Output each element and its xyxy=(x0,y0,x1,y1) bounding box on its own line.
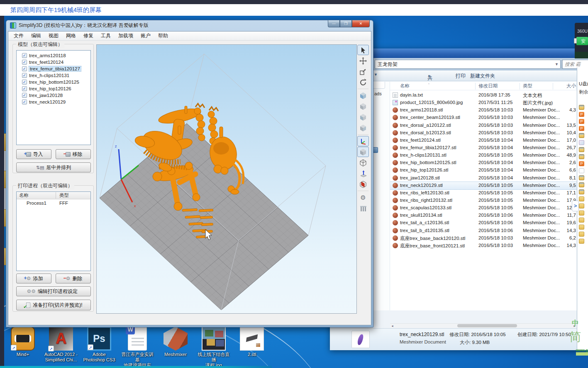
horizontal-scrollbar[interactable]: ◂ ▸ xyxy=(390,323,577,328)
model-list-item[interactable]: trex_h-clips120131 xyxy=(17,72,90,79)
desktop-icon[interactable]: Ps ➚ Adobe Photoshop CS3 xyxy=(81,327,117,368)
edit-process-button[interactable]: ⚙⚙ 编辑打印进程设定 xyxy=(16,286,91,296)
column-date[interactable]: 修改日期 xyxy=(478,83,498,89)
desktop-icon[interactable]: ➚ Mind+ xyxy=(5,327,41,368)
s3d-titlebar[interactable]: Simplify3D (授权给中国人)by：晓龙汉化翻译 吾爱破解专版 — ❐ … xyxy=(6,20,373,31)
file-row[interactable]: trex_scapulas120133.stl 2016/5/18 10:05 … xyxy=(390,204,577,212)
expand-panel-button[interactable]: > xyxy=(572,201,579,211)
file-row[interactable]: trex_tail_b_d120135.stl 2016/5/18 10:06 … xyxy=(390,227,577,235)
share-button[interactable]: 共享 ▼ xyxy=(427,73,431,78)
process-row[interactable]: Process1 FFF xyxy=(17,199,90,207)
file-row[interactable]: trex_h-clips120131.stl 2016/5/18 10:05 M… xyxy=(390,152,577,159)
move-tool-button[interactable] xyxy=(357,56,369,66)
menu-item[interactable]: 修复 xyxy=(80,31,97,41)
file-row[interactable]: trex_dorsal_b120123.stl 2016/5/18 10:03 … xyxy=(390,129,577,137)
file-row[interactable]: trex_femur_tibia120127.stl 2016/5/18 10:… xyxy=(390,144,577,152)
file-row[interactable]: trex_feet120124.stl 2016/5/18 10:04 Mesh… xyxy=(390,137,577,144)
desktop-icon[interactable]: W ➚ 晋江市产业实训基 地建设项目实施... xyxy=(120,327,155,368)
minimize-button[interactable]: — xyxy=(328,20,340,27)
drive-file-icon[interactable] xyxy=(579,225,584,230)
drive-file-icon[interactable] xyxy=(579,211,584,215)
checkbox-checked-icon[interactable] xyxy=(22,86,27,91)
support-structures-button[interactable] xyxy=(357,203,369,213)
drive-file-icon[interactable] xyxy=(579,126,584,131)
organize-menu-partial[interactable]: ▼ xyxy=(374,73,378,77)
ime-indicator-zhong[interactable]: 中 xyxy=(572,318,579,328)
desktop-icon[interactable]: ➚ 2.stl xyxy=(234,327,270,368)
drive-file-icon[interactable] xyxy=(579,140,584,145)
scrollbar-thumb[interactable] xyxy=(457,324,517,327)
drive-file-icon[interactable] xyxy=(579,189,584,194)
drive-file-icon[interactable] xyxy=(579,218,584,223)
drive-file-icon[interactable] xyxy=(579,182,584,187)
drive-file-icon[interactable] xyxy=(579,175,584,180)
print-button[interactable]: 打印 xyxy=(456,73,466,80)
drive-file-icon[interactable] xyxy=(579,161,584,166)
drive-file-icon[interactable] xyxy=(579,196,584,201)
drive-file-icon[interactable] xyxy=(579,232,584,237)
viewport-3d[interactable]: z x xyxy=(96,44,357,314)
file-row[interactable]: trex_tail_a_c120136.stl 2016/5/18 10:06 … xyxy=(390,219,577,227)
drive-file-icon[interactable] xyxy=(579,203,584,208)
file-row[interactable]: 底座trex_base_back120120.stl 2016/5/18 10:… xyxy=(390,235,577,242)
show-axes-button[interactable] xyxy=(357,136,369,146)
menu-item[interactable]: 网格 xyxy=(62,31,80,41)
drive-file-icon[interactable] xyxy=(579,133,584,138)
select-tool-button[interactable] xyxy=(357,45,369,55)
model-list-item[interactable]: trex_hip_bottom120125 xyxy=(17,79,90,85)
menu-item[interactable]: 工具 xyxy=(97,31,115,41)
menu-item[interactable]: 文件 xyxy=(10,31,27,41)
checkbox-checked-icon[interactable] xyxy=(22,93,27,98)
new-folder-button[interactable]: 新建文件夹 xyxy=(470,73,495,80)
maximize-button[interactable]: ❐ xyxy=(340,20,352,27)
delete-process-button[interactable]: ⚙− 删除 xyxy=(56,274,91,283)
file-row[interactable]: 底座trex_base_front120121.stl 2016/5/18 10… xyxy=(390,242,577,249)
file-row[interactable]: trex_skull120134.stl 2016/5/18 10:06 Mes… xyxy=(390,212,577,219)
model-list-item[interactable]: trex_arms120118 xyxy=(17,52,90,59)
import-button[interactable]: + 导入 xyxy=(16,149,51,159)
address-dropdown-icon[interactable]: ▼ xyxy=(555,60,559,68)
close-button[interactable]: ✕ xyxy=(352,20,370,27)
scroll-left-icon[interactable]: ◂ xyxy=(390,324,395,328)
file-row[interactable]: product_120115_800x600.jpg 2017/5/31 11:… xyxy=(390,99,577,107)
cross-section-button[interactable] xyxy=(357,179,369,189)
menu-item[interactable]: 帮助 xyxy=(154,31,172,41)
file-row[interactable]: trex_neck120129.stl 2016/5/18 10:05 Mesh… xyxy=(390,182,577,189)
drive-file-icon[interactable] xyxy=(579,154,584,159)
center-arrange-button[interactable]: ⇅▤ 居中并排列 xyxy=(16,162,91,172)
file-row[interactable]: trex_ribs_left120130.stl 2016/5/18 10:05… xyxy=(390,189,577,197)
checkbox-checked-icon[interactable] xyxy=(22,53,27,58)
usb-install-button[interactable]: 安 xyxy=(576,37,588,45)
checkbox-checked-icon[interactable] xyxy=(22,99,27,104)
desktop-icon[interactable]: ➚ Meshmixer xyxy=(158,327,193,368)
rotate-tool-button[interactable] xyxy=(357,77,369,87)
file-row[interactable]: trex_hip_bottom120125.stl 2016/5/18 10:0… xyxy=(390,159,577,167)
wireframe-view-button[interactable] xyxy=(357,157,369,168)
checkbox-checked-icon[interactable] xyxy=(22,73,27,78)
model-list-item[interactable]: trex_femur_tibia120127 xyxy=(17,65,90,72)
settings-gear-button[interactable]: ⚙ xyxy=(357,192,369,203)
drive-file-icon[interactable] xyxy=(579,168,584,173)
menu-item[interactable]: 视图 xyxy=(45,31,62,41)
checkbox-checked-icon[interactable] xyxy=(22,60,27,65)
scale-tool-button[interactable] xyxy=(357,66,369,77)
model-list-item[interactable]: trex_feet120124 xyxy=(17,59,90,65)
drive-file-icon[interactable] xyxy=(579,147,584,152)
checkbox-checked-icon[interactable] xyxy=(22,66,27,71)
model-list-item[interactable]: trex_jaw120128 xyxy=(17,92,90,99)
column-size[interactable]: 大小 xyxy=(558,83,576,89)
menu-item[interactable]: 加载项 xyxy=(115,31,137,41)
view-side-button[interactable] xyxy=(357,123,369,133)
view-front-button[interactable] xyxy=(357,112,369,122)
file-row[interactable]: dayin.la.txt 2016/3/8 17:35 文本文档 xyxy=(390,92,577,99)
drive-file-icon[interactable] xyxy=(579,239,584,244)
file-row[interactable]: trex_arms120118.stl 2016/5/18 10:03 Mesh… xyxy=(390,107,577,114)
address-bar[interactable]: 王龙骨架 ▼ xyxy=(375,60,561,69)
ime-indicator-jian[interactable]: 简 xyxy=(569,329,581,345)
file-row[interactable]: trex_ribs_right120132.stl 2016/5/18 10:0… xyxy=(390,197,577,204)
file-row[interactable]: trex_dorsal_a120122.stl 2016/5/18 10:03 … xyxy=(390,122,577,129)
add-process-button[interactable]: ⚙+ 添加 xyxy=(16,274,51,283)
process-col-type[interactable]: 类型 xyxy=(56,192,69,199)
desktop-icon[interactable]: ➚ 线上线下结合直播 课程.jpg xyxy=(196,327,232,368)
view-default-button[interactable] xyxy=(357,90,369,101)
